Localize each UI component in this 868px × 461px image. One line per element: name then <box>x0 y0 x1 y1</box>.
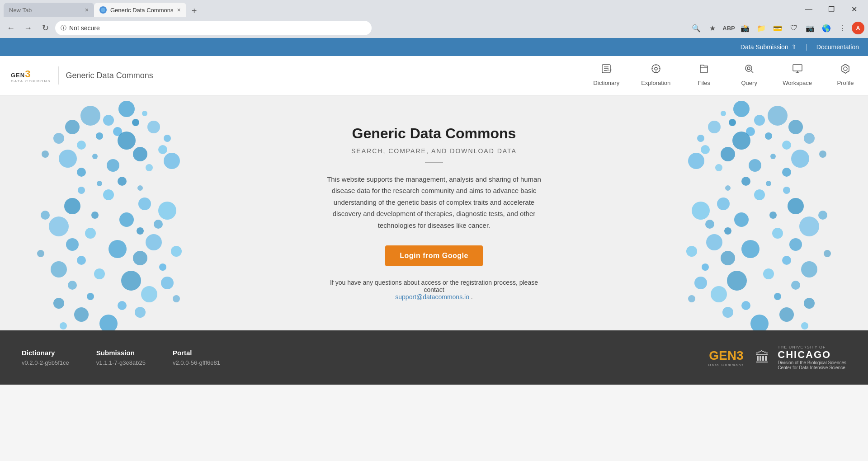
svg-point-57 <box>66 238 79 251</box>
svg-point-110 <box>769 212 777 219</box>
svg-point-37 <box>107 159 119 172</box>
svg-point-65 <box>159 263 166 271</box>
svg-point-72 <box>53 298 64 309</box>
toolbar-right: 🔍 ★ ABP 📸 📁 💳 🛡 📷 🌎 ⋮ A <box>689 21 864 35</box>
svg-point-96 <box>749 159 761 172</box>
svg-point-60 <box>108 240 127 258</box>
footer-portal-title: Portal <box>173 349 220 357</box>
svg-point-104 <box>725 185 731 191</box>
svg-point-13 <box>745 65 752 71</box>
svg-point-68 <box>68 281 77 290</box>
svg-point-86 <box>765 132 772 140</box>
tab-active-close[interactable]: × <box>177 6 180 14</box>
svg-point-82 <box>768 106 788 126</box>
browser-tabs: New Tab × Generic Data Commons × + <box>4 1 201 17</box>
svg-point-89 <box>732 132 750 150</box>
website: Data Submission ⇧ | Documentation GEN3 D… <box>0 38 868 385</box>
logo[interactable]: GEN3 Data Commons <box>11 68 51 83</box>
svg-point-64 <box>51 261 67 278</box>
screenshot-button[interactable]: 📷 <box>803 21 817 35</box>
svg-point-7 <box>655 67 657 70</box>
tab-dictionary[interactable]: A-Z Dictionary <box>582 56 630 95</box>
data-submission-link[interactable]: Data Submission ⇧ <box>741 43 797 51</box>
svg-point-130 <box>711 286 727 302</box>
workspace-icon <box>792 63 803 77</box>
dna-left <box>0 95 190 330</box>
svg-point-128 <box>694 277 707 289</box>
svg-point-20 <box>118 101 135 117</box>
footer-portal: Portal v2.0.0-56-gfff6e81 <box>173 349 220 366</box>
profile-avatar[interactable]: A <box>852 22 864 34</box>
tab-files[interactable]: Files <box>681 56 726 95</box>
svg-point-124 <box>702 263 709 271</box>
svg-point-54 <box>154 220 163 229</box>
profile-label: Profile <box>837 80 854 86</box>
tab-exploration[interactable]: Exploration <box>630 56 681 95</box>
gen3-footer-logo: GEN3 Data Commons <box>708 348 745 367</box>
contact-email: support@datacommons.io <box>395 293 469 301</box>
minimize-button[interactable]: — <box>798 2 819 16</box>
svg-point-105 <box>754 189 765 200</box>
tab-workspace[interactable]: Workspace <box>772 56 823 95</box>
svg-point-108 <box>818 211 827 220</box>
search-button[interactable]: 🔍 <box>689 21 703 35</box>
svg-point-107 <box>717 198 730 210</box>
svg-point-53 <box>49 216 69 236</box>
new-tab-button[interactable]: + <box>188 5 201 17</box>
svg-point-50 <box>158 202 176 220</box>
top-bar: Data Submission ⇧ | Documentation <box>0 38 868 56</box>
svg-point-21 <box>103 115 114 126</box>
svg-point-100 <box>715 164 722 171</box>
extension4-button[interactable]: 🛡 <box>787 21 801 35</box>
dictionary-icon: A-Z <box>601 63 612 77</box>
query-icon <box>744 63 755 77</box>
extension5-button[interactable]: 🌎 <box>819 21 834 35</box>
forward-button[interactable]: → <box>21 21 35 35</box>
svg-point-102 <box>741 177 750 186</box>
svg-point-111 <box>734 212 749 227</box>
svg-point-22 <box>132 119 139 126</box>
extension3-button[interactable]: 💳 <box>770 21 785 35</box>
back-button[interactable]: ← <box>4 21 18 35</box>
svg-point-19 <box>844 67 847 71</box>
files-label: Files <box>698 80 710 86</box>
workspace-label: Workspace <box>783 80 812 86</box>
gen3-footer-logo-text: GEN3 <box>709 348 743 363</box>
svg-point-26 <box>65 120 80 134</box>
address-bar[interactable]: ⓘ Not secure <box>55 21 372 35</box>
svg-point-75 <box>74 307 89 322</box>
tab-query[interactable]: Query <box>726 56 772 95</box>
menu-button[interactable]: ⋮ <box>835 21 850 35</box>
bookmark-button[interactable]: ★ <box>705 21 720 35</box>
svg-point-115 <box>724 227 731 235</box>
svg-rect-16 <box>793 65 802 71</box>
documentation-label: Documentation <box>816 43 859 51</box>
footer-portal-version: v2.0.0-56-gfff6e81 <box>173 359 220 366</box>
reload-button[interactable]: ↻ <box>38 21 52 35</box>
svg-point-31 <box>53 133 64 144</box>
svg-point-79 <box>733 101 750 117</box>
extension1-button[interactable]: 📸 <box>738 21 752 35</box>
svg-point-52 <box>119 212 134 227</box>
login-from-google-button[interactable]: Login from Google <box>385 245 483 266</box>
svg-point-32 <box>164 135 171 142</box>
contact-email-link[interactable]: support@datacommons.io <box>395 293 471 301</box>
svg-point-55 <box>85 228 96 239</box>
svg-point-99 <box>782 168 791 177</box>
svg-point-92 <box>770 154 776 159</box>
browser-tab-active[interactable]: Generic Data Commons × <box>94 3 186 17</box>
documentation-link[interactable]: Documentation <box>816 43 859 51</box>
header-divider <box>58 66 59 85</box>
svg-point-33 <box>92 154 98 159</box>
contact-prefix: If you have any questions about access o… <box>330 279 538 293</box>
close-button[interactable]: ✕ <box>844 2 864 16</box>
adblock-button[interactable]: ABP <box>722 21 736 35</box>
tab-profile[interactable]: Profile <box>823 56 868 95</box>
gen3-footer-gen: GEN <box>709 348 736 362</box>
tab-active-label: Generic Data Commons <box>110 7 173 14</box>
svg-point-47 <box>64 198 80 214</box>
maximize-button[interactable]: ❐ <box>821 2 842 16</box>
tab-inactive-close[interactable]: × <box>85 6 89 14</box>
browser-tab-inactive[interactable]: New Tab × <box>4 3 94 17</box>
extension2-button[interactable]: 📁 <box>754 21 769 35</box>
